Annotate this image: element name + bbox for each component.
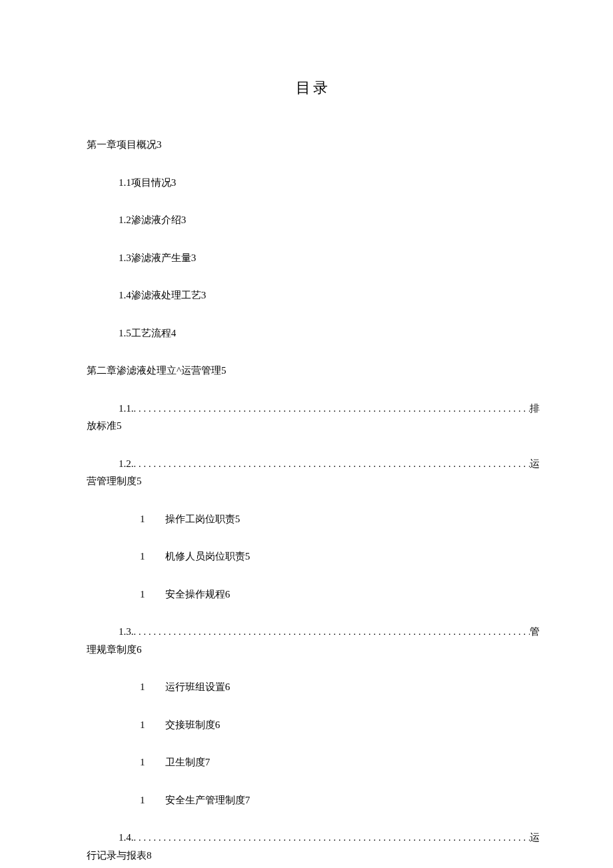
toc-sub-num: 1 — [140, 793, 163, 808]
toc-sub-text: 机修人员岗位职责5 — [165, 551, 251, 562]
toc-sub-text: 运行班组设置6 — [165, 681, 231, 692]
toc-sub-text: 操作工岗位职责5 — [165, 514, 241, 524]
toc-leader: ........................................… — [134, 625, 530, 639]
toc-leader: ........................................… — [134, 402, 530, 416]
toc-entry-s1-2: 1.2. ...................................… — [87, 456, 540, 489]
toc-sub-num: 1 — [140, 512, 163, 527]
toc-prefix: 1.3. — [119, 624, 134, 640]
toc-continuation: 放标准5 — [87, 418, 540, 434]
toc-subentry: 1 安全操作规程6 — [87, 587, 540, 602]
toc-prefix: 1.1. — [119, 401, 134, 416]
toc-continuation: 理规章制度6 — [87, 642, 540, 657]
toc-sub-text: 安全生产管理制度7 — [165, 795, 251, 805]
toc-entry-s1-3: 1.3. ...................................… — [87, 624, 540, 657]
toc-subentry: 1 运行班组设置6 — [87, 679, 540, 695]
toc-sub-num: 1 — [140, 587, 163, 602]
toc-prefix: 1.2. — [119, 456, 134, 472]
toc-title: 目录 — [87, 77, 540, 99]
toc-entry-ch1-4: 1.4渗滤液处理工艺3 — [87, 288, 540, 303]
toc-entry-s1-1: 1.1. ...................................… — [87, 401, 540, 434]
toc-sub-num: 1 — [140, 755, 163, 770]
toc-leader: ........................................… — [134, 831, 530, 845]
toc-sub-text: 安全操作规程6 — [165, 589, 231, 600]
toc-sub-num: 1 — [140, 549, 163, 564]
toc-suffix: 运 — [530, 830, 540, 845]
toc-subentry: 1 卫生制度7 — [87, 755, 540, 770]
toc-entry-ch1-2: 1.2渗滤液介绍3 — [87, 213, 540, 228]
toc-continuation: 行记录与报表8 — [87, 848, 540, 863]
toc-continuation: 营管理制度5 — [87, 474, 540, 489]
toc-subentry: 1 安全生产管理制度7 — [87, 793, 540, 808]
toc-sub-num: 1 — [140, 717, 163, 733]
toc-entry-s1-4: 1.4. ...................................… — [87, 830, 540, 863]
toc-entry-ch2: 第二章渗滤液处理立^运营管理5 — [87, 363, 540, 378]
toc-subentry: 1 机修人员岗位职责5 — [87, 549, 540, 564]
toc-leader: ........................................… — [134, 457, 530, 471]
toc-suffix: 排 — [530, 401, 540, 416]
toc-subentry: 1 交接班制度6 — [87, 717, 540, 733]
toc-sub-text: 卫生制度7 — [165, 757, 211, 767]
toc-entry-ch1-3: 1.3渗滤液产生量3 — [87, 250, 540, 266]
toc-sub-num: 1 — [140, 679, 163, 695]
toc-entry-ch1: 第一章项目概况3 — [87, 137, 540, 153]
toc-sub-text: 交接班制度6 — [165, 719, 221, 730]
toc-suffix: 运 — [530, 456, 540, 472]
toc-entry-ch1-5: 1.5工艺流程4 — [87, 326, 540, 341]
toc-entry-ch1-1: 1.1项目情况3 — [87, 175, 540, 191]
toc-subentry: 1 操作工岗位职责5 — [87, 512, 540, 527]
toc-prefix: 1.4. — [119, 830, 134, 845]
toc-suffix: 管 — [530, 624, 540, 640]
